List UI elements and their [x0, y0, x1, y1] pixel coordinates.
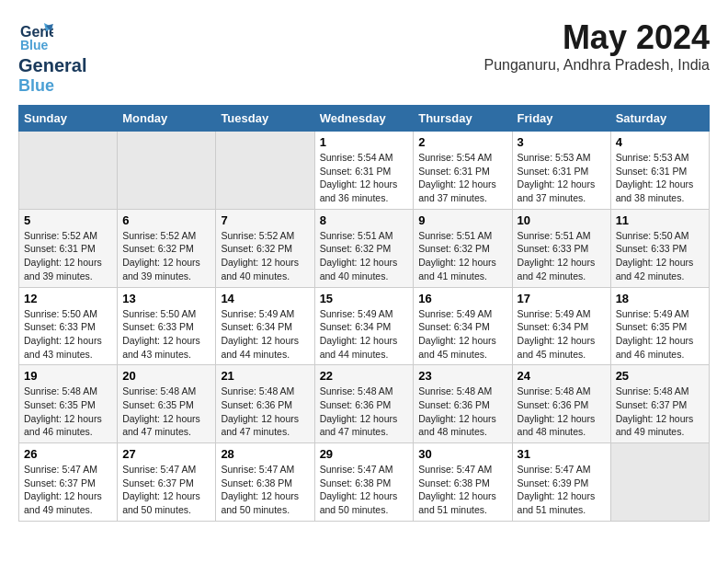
day-info: Sunrise: 5:52 AMSunset: 6:31 PMDaylight:…: [24, 229, 112, 283]
day-info: Sunrise: 5:47 AMSunset: 6:39 PMDaylight:…: [518, 463, 606, 517]
calendar-header-row: SundayMondayTuesdayWednesdayThursdayFrid…: [19, 106, 710, 132]
day-number: 27: [122, 447, 210, 461]
day-info: Sunrise: 5:47 AMSunset: 6:38 PMDaylight:…: [221, 463, 309, 517]
day-info: Sunrise: 5:49 AMSunset: 6:34 PMDaylight:…: [518, 307, 606, 362]
calendar-cell: 21Sunrise: 5:48 AMSunset: 6:36 PMDayligh…: [216, 365, 314, 443]
day-info: Sunrise: 5:50 AMSunset: 6:33 PMDaylight:…: [616, 229, 704, 283]
day-number: 10: [518, 213, 606, 227]
calendar-week-row: 19Sunrise: 5:48 AMSunset: 6:35 PMDayligh…: [19, 365, 710, 443]
day-info: Sunrise: 5:48 AMSunset: 6:35 PMDaylight:…: [122, 385, 210, 439]
day-info: Sunrise: 5:51 AMSunset: 6:32 PMDaylight:…: [418, 229, 506, 283]
day-info: Sunrise: 5:51 AMSunset: 6:32 PMDaylight:…: [320, 229, 409, 283]
day-info: Sunrise: 5:47 AMSunset: 6:37 PMDaylight:…: [122, 463, 210, 517]
calendar-cell: [610, 443, 709, 522]
day-info: Sunrise: 5:49 AMSunset: 6:34 PMDaylight:…: [320, 307, 409, 362]
day-number: 4: [616, 135, 704, 149]
day-number: 12: [24, 292, 112, 305]
day-info: Sunrise: 5:48 AMSunset: 6:36 PMDaylight:…: [320, 385, 409, 439]
calendar-cell: 20Sunrise: 5:48 AMSunset: 6:35 PMDayligh…: [118, 365, 216, 443]
day-number: 29: [320, 447, 409, 461]
day-number: 17: [518, 292, 606, 305]
day-number: 5: [24, 213, 112, 227]
day-info: Sunrise: 5:52 AMSunset: 6:32 PMDaylight:…: [221, 229, 309, 283]
day-info: Sunrise: 5:53 AMSunset: 6:31 PMDaylight:…: [518, 151, 606, 205]
calendar-cell: 10Sunrise: 5:51 AMSunset: 6:33 PMDayligh…: [512, 209, 610, 287]
day-info: Sunrise: 5:49 AMSunset: 6:34 PMDaylight:…: [418, 307, 506, 362]
calendar-cell: 25Sunrise: 5:48 AMSunset: 6:37 PMDayligh…: [610, 365, 709, 443]
calendar-cell: 13Sunrise: 5:50 AMSunset: 6:33 PMDayligh…: [118, 287, 216, 365]
day-number: 6: [122, 213, 210, 227]
day-info: Sunrise: 5:54 AMSunset: 6:31 PMDaylight:…: [320, 151, 409, 205]
day-info: Sunrise: 5:48 AMSunset: 6:36 PMDaylight:…: [221, 385, 309, 439]
weekday-header: Thursday: [414, 106, 512, 132]
calendar-cell: 28Sunrise: 5:47 AMSunset: 6:38 PMDayligh…: [216, 443, 314, 522]
calendar-cell: 6Sunrise: 5:52 AMSunset: 6:32 PMDaylight…: [118, 209, 216, 287]
calendar-cell: 18Sunrise: 5:49 AMSunset: 6:35 PMDayligh…: [610, 287, 709, 365]
day-info: Sunrise: 5:48 AMSunset: 6:36 PMDaylight:…: [518, 385, 606, 439]
calendar-cell: [118, 132, 216, 210]
calendar-cell: 11Sunrise: 5:50 AMSunset: 6:33 PMDayligh…: [610, 209, 709, 287]
day-number: 14: [221, 292, 309, 305]
day-info: Sunrise: 5:53 AMSunset: 6:31 PMDaylight:…: [616, 151, 704, 205]
logo-blue: Blue: [18, 76, 54, 95]
calendar-cell: 1Sunrise: 5:54 AMSunset: 6:31 PMDaylight…: [314, 132, 414, 210]
calendar-table: SundayMondayTuesdayWednesdayThursdayFrid…: [18, 105, 710, 522]
day-number: 18: [616, 292, 704, 305]
day-number: 2: [418, 135, 506, 149]
weekday-header: Monday: [118, 106, 216, 132]
title-area: May 2024 Punganuru, Andhra Pradesh, Indi…: [483, 18, 710, 74]
location-subtitle: Punganuru, Andhra Pradesh, India: [483, 57, 710, 74]
calendar-body: 1Sunrise: 5:54 AMSunset: 6:31 PMDaylight…: [19, 132, 710, 522]
calendar-cell: 15Sunrise: 5:49 AMSunset: 6:34 PMDayligh…: [314, 287, 414, 365]
page-header: General Blue General Blue May 2024 Punga…: [18, 18, 710, 96]
day-number: 8: [320, 213, 409, 227]
day-info: Sunrise: 5:47 AMSunset: 6:37 PMDaylight:…: [24, 463, 112, 517]
weekday-header: Tuesday: [216, 106, 314, 132]
day-number: 9: [418, 213, 506, 227]
day-number: 22: [320, 369, 409, 383]
day-info: Sunrise: 5:48 AMSunset: 6:36 PMDaylight:…: [418, 385, 506, 439]
day-number: 26: [24, 447, 112, 461]
day-info: Sunrise: 5:48 AMSunset: 6:37 PMDaylight:…: [616, 385, 704, 439]
calendar-cell: 19Sunrise: 5:48 AMSunset: 6:35 PMDayligh…: [19, 365, 118, 443]
calendar-cell: 23Sunrise: 5:48 AMSunset: 6:36 PMDayligh…: [414, 365, 512, 443]
calendar-cell: 30Sunrise: 5:47 AMSunset: 6:38 PMDayligh…: [414, 443, 512, 522]
svg-text:Blue: Blue: [20, 38, 49, 52]
calendar-week-row: 1Sunrise: 5:54 AMSunset: 6:31 PMDaylight…: [19, 132, 710, 210]
calendar-cell: 12Sunrise: 5:50 AMSunset: 6:33 PMDayligh…: [19, 287, 118, 365]
calendar-cell: 16Sunrise: 5:49 AMSunset: 6:34 PMDayligh…: [414, 287, 512, 365]
calendar-cell: [216, 132, 314, 210]
day-number: 15: [320, 292, 409, 305]
weekday-header: Saturday: [610, 106, 709, 132]
calendar-week-row: 12Sunrise: 5:50 AMSunset: 6:33 PMDayligh…: [19, 287, 710, 365]
day-number: 7: [221, 213, 309, 227]
day-info: Sunrise: 5:54 AMSunset: 6:31 PMDaylight:…: [418, 151, 506, 205]
day-info: Sunrise: 5:50 AMSunset: 6:33 PMDaylight:…: [122, 307, 210, 362]
calendar-cell: 26Sunrise: 5:47 AMSunset: 6:37 PMDayligh…: [19, 443, 118, 522]
weekday-header: Friday: [512, 106, 610, 132]
day-number: 31: [518, 447, 606, 461]
day-info: Sunrise: 5:50 AMSunset: 6:33 PMDaylight:…: [24, 307, 112, 362]
calendar-cell: 2Sunrise: 5:54 AMSunset: 6:31 PMDaylight…: [414, 132, 512, 210]
day-info: Sunrise: 5:49 AMSunset: 6:35 PMDaylight:…: [616, 307, 704, 362]
day-number: 28: [221, 447, 309, 461]
calendar-cell: 4Sunrise: 5:53 AMSunset: 6:31 PMDaylight…: [610, 132, 709, 210]
day-number: 30: [418, 447, 506, 461]
day-number: 24: [518, 369, 606, 383]
day-info: Sunrise: 5:51 AMSunset: 6:33 PMDaylight:…: [518, 229, 606, 283]
calendar-cell: [19, 132, 118, 210]
day-number: 23: [418, 369, 506, 383]
logo-icon: General Blue: [18, 18, 53, 53]
day-info: Sunrise: 5:47 AMSunset: 6:38 PMDaylight:…: [320, 463, 409, 517]
calendar-cell: 14Sunrise: 5:49 AMSunset: 6:34 PMDayligh…: [216, 287, 314, 365]
day-number: 19: [24, 369, 112, 383]
weekday-header: Sunday: [19, 106, 118, 132]
calendar-cell: 5Sunrise: 5:52 AMSunset: 6:31 PMDaylight…: [19, 209, 118, 287]
calendar-cell: 7Sunrise: 5:52 AMSunset: 6:32 PMDaylight…: [216, 209, 314, 287]
calendar-cell: 8Sunrise: 5:51 AMSunset: 6:32 PMDaylight…: [314, 209, 414, 287]
calendar-cell: 3Sunrise: 5:53 AMSunset: 6:31 PMDaylight…: [512, 132, 610, 210]
day-number: 13: [122, 292, 210, 305]
calendar-week-row: 26Sunrise: 5:47 AMSunset: 6:37 PMDayligh…: [19, 443, 710, 522]
calendar-cell: 29Sunrise: 5:47 AMSunset: 6:38 PMDayligh…: [314, 443, 414, 522]
calendar-cell: 22Sunrise: 5:48 AMSunset: 6:36 PMDayligh…: [314, 365, 414, 443]
